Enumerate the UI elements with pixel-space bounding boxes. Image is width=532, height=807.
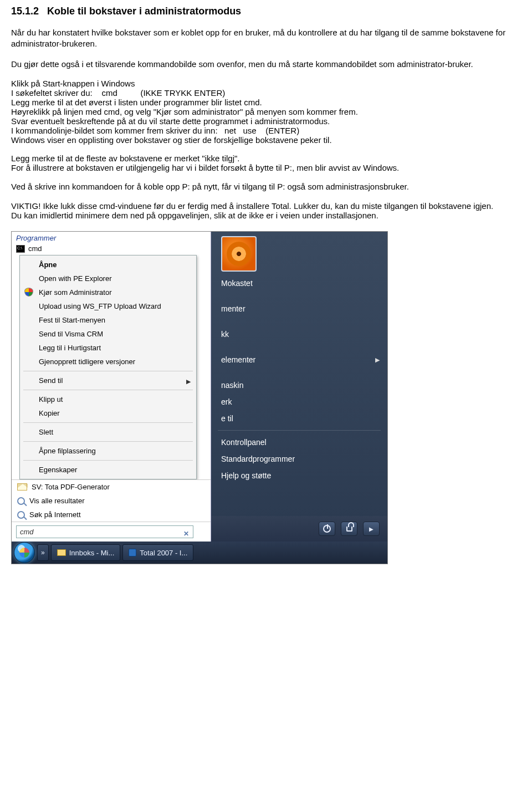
- paragraph-block: VIKTIG! Ikke lukk disse cmd-vinduene før…: [11, 201, 510, 220]
- ctx-copy[interactable]: Kopier: [20, 406, 196, 420]
- right-connect-to[interactable]: e til: [211, 410, 387, 427]
- right-documents[interactable]: menter: [211, 300, 387, 317]
- shutdown-menu-button[interactable]: ▶: [363, 522, 380, 536]
- line: Du kan imidlertid minimere dem ned på op…: [11, 211, 510, 220]
- search-icon: [17, 497, 25, 505]
- paragraph: Ved å skrive inn kommandoen for å koble …: [11, 181, 510, 192]
- see-all-results-label: Vis alle resultater: [29, 497, 84, 505]
- cmd-icon: [16, 245, 25, 253]
- power-buttons: ▶: [211, 516, 387, 542]
- result-mail-label: SV: Tota PDF-Generator: [32, 483, 110, 491]
- right-help[interactable]: Hjelp og støtte: [211, 467, 387, 484]
- taskbar-quicklaunch-chevron[interactable]: »: [37, 544, 49, 561]
- ctx-open-location[interactable]: Åpne filplassering: [20, 444, 196, 458]
- uac-shield-icon: [24, 288, 33, 297]
- paragraph-block: Legg merke til at de fleste av bokstaven…: [11, 154, 510, 172]
- cmd-label: cmd: [28, 244, 42, 253]
- search-internet[interactable]: Søk på Internett: [12, 508, 211, 522]
- ctx-send-to[interactable]: Send til ▶: [20, 374, 196, 387]
- separator: [23, 460, 193, 461]
- ctx-delete[interactable]: Slett: [20, 425, 196, 439]
- right-control-panel[interactable]: Kontrollpanel: [211, 434, 387, 451]
- user-name[interactable]: Mokastet: [211, 275, 387, 292]
- heading-number: 15.1.2: [11, 6, 39, 17]
- see-all-results[interactable]: Vis alle resultater: [12, 494, 211, 508]
- start-menu-left-bottom: SV: Tota PDF-Generator Vis alle resultat…: [12, 479, 211, 542]
- separator: [23, 441, 193, 442]
- right-computer[interactable]: naskin: [211, 377, 387, 394]
- ctx-properties[interactable]: Egenskaper: [20, 463, 196, 477]
- ctx-open[interactable]: Åpne: [20, 258, 196, 272]
- heading-text: Koble til bokstaver i administratormodus: [47, 6, 241, 17]
- context-menu: Åpne Open with PE Explorer Kjør som Admi…: [19, 255, 197, 479]
- separator: [23, 390, 193, 390]
- line: Legg merke til at det øverst i listen un…: [11, 98, 510, 107]
- programs-header: Programmer: [12, 232, 211, 243]
- right-network[interactable]: erk: [211, 394, 387, 410]
- ctx-pe-explorer[interactable]: Open with PE Explorer: [20, 272, 196, 285]
- search-internet-label: Søk på Internett: [29, 510, 81, 519]
- taskbar-total-label: Total 2007 - I...: [140, 549, 187, 557]
- taskbar-total[interactable]: Total 2007 - I...: [122, 544, 193, 561]
- lock-icon: [346, 527, 352, 532]
- line: Svar eventuelt beskreftende på at du vil…: [11, 116, 510, 126]
- ctx-wsftp[interactable]: Upload using WS_FTP Upload Wizard: [20, 299, 196, 313]
- power-icon: [323, 525, 331, 533]
- right-recent[interactable]: elementer ▶: [211, 351, 387, 368]
- separator: [218, 430, 381, 431]
- start-menu-right: Mokastet menter kk elementer ▶ naskin er…: [211, 232, 387, 542]
- submenu-arrow-icon: ▶: [375, 356, 380, 364]
- separator: [23, 422, 193, 423]
- taskbar-inbox[interactable]: Innboks - Mi...: [51, 544, 121, 561]
- line: VIKTIG! Ikke lukk disse cmd-vinduene før…: [11, 201, 510, 211]
- ctx-run-as-admin[interactable]: Kjør som Administrator: [20, 285, 196, 299]
- paragraph: Du gjør dette også i et tilsvarende komm…: [11, 59, 510, 70]
- clear-search-icon[interactable]: ✕: [182, 530, 190, 538]
- result-mail[interactable]: SV: Tota PDF-Generator: [12, 480, 211, 494]
- paragraph-block: Klikk på Start-knappen i Windows I søkef…: [11, 79, 510, 145]
- app-icon: [129, 549, 136, 556]
- taskbar: » Innboks - Mi... Total 2007 - I...: [12, 542, 387, 564]
- search-icon: [17, 511, 25, 519]
- start-orb[interactable]: [14, 542, 35, 563]
- right-default-programs[interactable]: Standardprogrammer: [211, 451, 387, 467]
- ctx-cut[interactable]: Klipp ut: [20, 392, 196, 406]
- user-avatar: [221, 236, 257, 272]
- start-menu-left: Programmer cmd Åpne Open with PE Explore…: [12, 232, 211, 542]
- paragraph: Når du har konstatert hvilke bokstaver s…: [11, 27, 510, 50]
- section-heading: 15.1.2 Koble til bokstaver i administrat…: [11, 6, 510, 17]
- power-button[interactable]: [319, 522, 335, 536]
- ctx-restore-versions[interactable]: Gjenopprett tidligere versjoner: [20, 355, 196, 369]
- chevron-right-icon: ▶: [369, 526, 374, 532]
- submenu-arrow-icon: ▶: [186, 378, 191, 385]
- ctx-pin-start[interactable]: Fest til Start-menyen: [20, 313, 196, 327]
- taskbar-inbox-label: Innboks - Mi...: [69, 549, 115, 557]
- lock-button[interactable]: [341, 522, 357, 536]
- line: Høyreklikk på linjen med cmd, og velg "K…: [11, 107, 510, 116]
- line: I søkefeltet skriver du: cmd (IKKE TRYKK…: [11, 88, 510, 98]
- ctx-run-as-admin-label: Kjør som Administrator: [39, 288, 111, 297]
- program-result-cmd[interactable]: cmd: [12, 243, 211, 255]
- line: For å illustrere at bokstaven er utilgje…: [11, 163, 510, 172]
- chevron-icon: »: [41, 549, 45, 556]
- separator: [23, 371, 193, 371]
- ctx-quicklaunch[interactable]: Legg til i Hurtigstart: [20, 341, 196, 355]
- ctx-visma[interactable]: Send til Visma CRM: [20, 327, 196, 341]
- inbox-icon: [57, 549, 66, 556]
- start-menu-screenshot: Programmer cmd Åpne Open with PE Explore…: [11, 231, 388, 564]
- line: Legg merke til at de fleste av bokstaven…: [11, 154, 510, 163]
- line: I kommandolinje-bildet som kommer frem s…: [11, 126, 510, 135]
- line: Windows viser en opplisting over bokstav…: [11, 135, 510, 145]
- ctx-send-to-label: Send til: [39, 376, 63, 385]
- mail-icon: [17, 483, 27, 491]
- line: Klikk på Start-knappen i Windows: [11, 79, 510, 88]
- right-music[interactable]: kk: [211, 326, 387, 343]
- right-recent-label: elementer: [221, 355, 255, 364]
- start-search-input[interactable]: [16, 525, 193, 538]
